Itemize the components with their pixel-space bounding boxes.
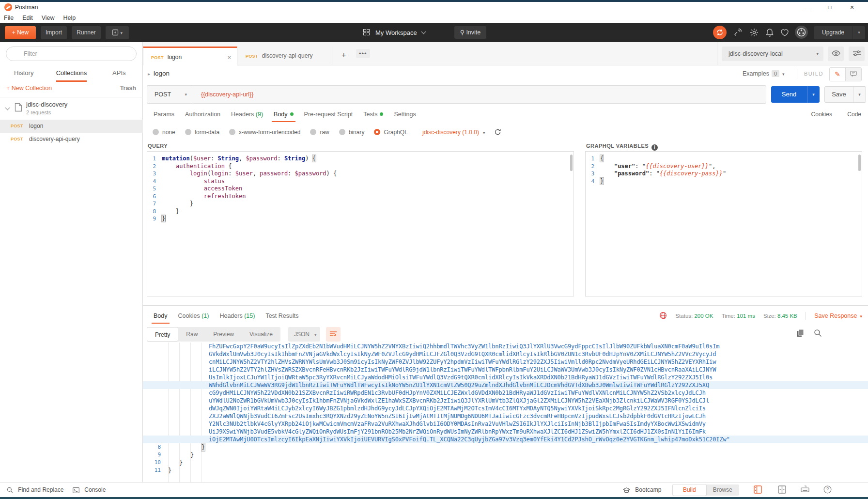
runner-button[interactable]: Runner [72, 26, 101, 39]
new-collection-button[interactable]: + New Collection [6, 85, 52, 92]
main-toolbar: + New Import Runner ▾ My Workspace ⚲ Inv… [0, 23, 868, 42]
bootcamp-button[interactable]: Bootcamp [623, 483, 661, 497]
sidebar-tab-collections[interactable]: Collections [47, 64, 95, 82]
help-icon[interactable]: ? [823, 485, 832, 496]
open-tab-logon[interactable]: POSTlogon× [143, 47, 237, 65]
import-button[interactable]: Import [41, 26, 67, 39]
collection-header[interactable]: jdisc-discovery 2 requests [0, 97, 143, 120]
search-icon [7, 487, 13, 493]
environment-quick-look-button[interactable] [828, 47, 844, 61]
edit-pencil-button[interactable]: ✎ [830, 68, 845, 81]
cookies-link[interactable]: Cookies [811, 111, 832, 118]
team-library-icon[interactable] [795, 26, 808, 39]
menu-view[interactable]: View [42, 13, 55, 23]
terminal-icon [73, 487, 79, 493]
new-window-icon [112, 29, 119, 36]
search-response-icon[interactable] [814, 329, 822, 337]
capture-requests-icon[interactable] [733, 28, 744, 38]
method-dropdown[interactable]: POST▾ [147, 85, 193, 104]
response-tab-cookies[interactable]: Cookies (1) [178, 308, 209, 324]
upgrade-button[interactable]: Upgrade▾ [814, 26, 865, 39]
refresh-schema-icon[interactable] [494, 128, 501, 138]
body-mode-raw[interactable]: raw [310, 124, 329, 141]
environment-settings-button[interactable] [849, 47, 865, 61]
two-pane-view-icon[interactable] [778, 485, 786, 496]
request-title[interactable]: ▸logon [148, 70, 170, 77]
favorites-heart-icon[interactable] [780, 28, 790, 38]
close-button[interactable]: × [844, 2, 860, 13]
workspace-selector[interactable]: My Workspace [375, 29, 417, 36]
new-button[interactable]: + New [5, 26, 36, 39]
menu-help[interactable]: Help [63, 13, 76, 23]
find-and-replace-button[interactable]: Find and Replace [7, 483, 63, 497]
graphql-query-editor[interactable]: 1mutation($user: String, $password: Stri… [147, 151, 574, 296]
save-button[interactable]: Save▾ [824, 86, 866, 103]
comments-button[interactable] [845, 68, 861, 81]
build-tab[interactable]: Build [673, 484, 706, 496]
view-raw[interactable]: Raw [178, 327, 205, 342]
view-pretty[interactable]: Pretty [147, 327, 178, 342]
sidebar-tab-apis[interactable]: APIs [95, 64, 143, 82]
browse-tab[interactable]: Browse [706, 484, 740, 496]
body-mode-none[interactable]: none [153, 124, 175, 141]
tab-options-button[interactable]: ••• [356, 49, 370, 58]
settings-gear-icon[interactable] [749, 28, 760, 38]
body-mode-form-data[interactable]: form-data [185, 124, 219, 141]
trash-button[interactable]: Trash [120, 85, 136, 92]
request-tab-pre-request-script[interactable]: Pre-request Script [304, 106, 353, 123]
body-mode-row: noneform-datax-www-form-urlencodedrawbin… [143, 124, 868, 141]
menubar: FileEditViewHelp [0, 13, 868, 23]
body-mode-x-www-form-urlencoded[interactable]: x-www-form-urlencoded [229, 124, 300, 141]
close-tab-icon[interactable]: × [227, 48, 231, 67]
sidebar-request-logon[interactable]: POSTlogon [0, 120, 143, 133]
request-tab-authorization[interactable]: Authorization [185, 106, 220, 123]
request-tab-body[interactable]: Body [274, 106, 294, 123]
sync-status-icon[interactable] [713, 26, 727, 39]
code-link[interactable]: Code [847, 111, 861, 118]
console-button[interactable]: Console [73, 483, 106, 497]
postman-logo-icon [4, 3, 12, 11]
time-value: 101 ms [737, 313, 755, 319]
examples-dropdown[interactable]: Examples0▾ [743, 70, 785, 77]
response-tab-test-results[interactable]: Test Results [265, 308, 298, 324]
add-tab-button[interactable]: + [341, 51, 346, 60]
url-input[interactable]: {{discovery-api-url}} [193, 85, 766, 104]
copy-icon[interactable] [796, 329, 804, 337]
menu-file[interactable]: File [4, 13, 14, 23]
schema-dropdown[interactable]: jdisc-discovery (1.0.0)▾ [422, 129, 485, 136]
send-button[interactable]: Send▾ [771, 86, 820, 103]
format-dropdown[interactable]: JSON▾ [288, 327, 320, 342]
collection-name[interactable]: jdisc-discovery [26, 101, 67, 108]
keyboard-shortcuts-icon[interactable] [801, 485, 809, 494]
maximize-button[interactable]: □ [822, 2, 838, 13]
response-tab-headers[interactable]: Headers (15) [219, 308, 255, 324]
invite-button[interactable]: ⚲ Invite [454, 26, 486, 39]
request-tab-headers[interactable]: Headers (9) [231, 106, 263, 123]
request-tab-tests[interactable]: Tests [363, 106, 383, 123]
view-preview[interactable]: Preview [205, 327, 242, 342]
view-visualize[interactable]: Visualize [242, 327, 280, 342]
new-window-button[interactable]: ▾ [106, 26, 129, 39]
save-response-button[interactable]: Save Response▾ [814, 312, 862, 319]
response-body-viewer[interactable]: FhZUFwcGxpY2F0aW9ucyIsIlZpZXdEb2N1bWVudH… [143, 343, 868, 499]
build-browse-toggle: Build Browse [673, 484, 739, 496]
notifications-bell-icon[interactable] [765, 28, 775, 38]
environment-selector[interactable]: jdisc-discovery-local▾ [722, 47, 823, 61]
response-tab-body[interactable]: Body [154, 308, 168, 324]
sidebar-toggle-icon[interactable] [754, 485, 762, 496]
minimize-button[interactable]: — [799, 2, 816, 13]
sidebar-request-discovery-api-query[interactable]: POSTdiscovery-api-query [0, 133, 143, 146]
menu-edit[interactable]: Edit [22, 13, 33, 23]
request-tab-params[interactable]: Params [154, 106, 174, 123]
request-tab-settings[interactable]: Settings [394, 106, 416, 123]
expand-triangle-icon: ▸ [148, 71, 150, 77]
wrap-lines-button[interactable] [326, 327, 341, 342]
body-mode-GraphQL[interactable]: GraphQL [374, 124, 407, 141]
request-header: ▸logon Examples0▾ BUILD ✎ [143, 65, 868, 83]
chevron-down-icon[interactable] [5, 106, 10, 110]
filter-input[interactable]: Filter [6, 47, 137, 61]
body-mode-binary[interactable]: binary [339, 124, 365, 141]
open-tab-discovery-api-query[interactable]: POSTdiscovery-api-query [238, 47, 332, 65]
sidebar-tab-history[interactable]: History [0, 64, 47, 82]
graphql-variables-editor[interactable]: 1{2 "user": "{{discovery-user}}",3 "pass… [585, 151, 862, 296]
